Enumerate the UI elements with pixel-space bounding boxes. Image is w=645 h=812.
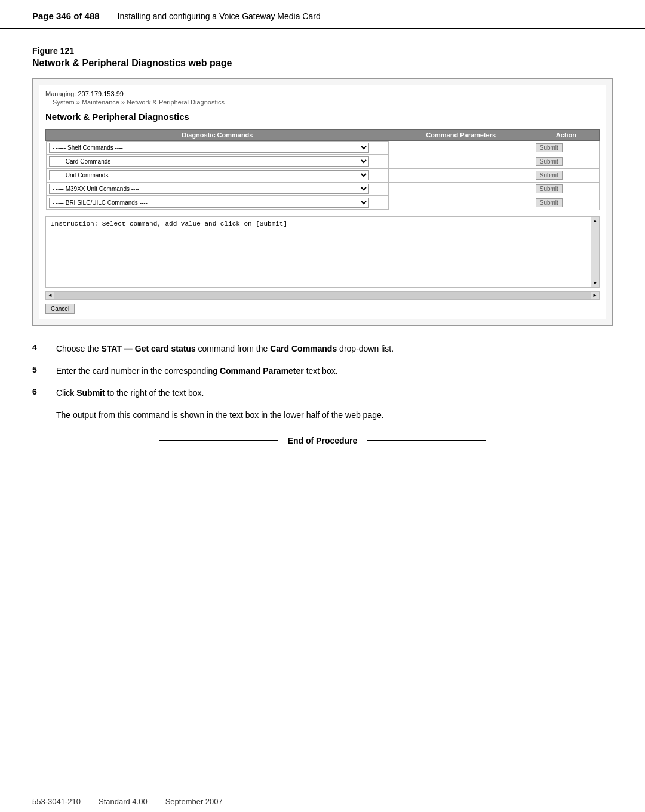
command-select-2[interactable]: - ---- Unit Commands ---- <box>49 170 369 180</box>
action-cell: Submit <box>533 196 599 210</box>
step-6-text: Click Submit to the right of the text bo… <box>56 387 204 399</box>
screenshot-inner: Managing: 207.179.153.99 System » Mainte… <box>39 85 606 319</box>
instruction-text: Instruction: Select command, add value a… <box>51 220 287 227</box>
command-select-1[interactable]: - ---- Card Commands ---- <box>49 156 369 167</box>
command-select-4[interactable]: - ---- BRI SILC/UILC Commands ---- <box>49 198 369 208</box>
step-5-text: Enter the card number in the correspondi… <box>56 365 338 377</box>
submit-button-3[interactable]: Submit <box>536 184 563 193</box>
step-4: 4 Choose the STAT — Get card status comm… <box>32 343 613 355</box>
command-cell: - ----- Shelf Commands ---- <box>46 141 389 155</box>
scroll-down-arrow[interactable]: ▼ <box>594 281 597 286</box>
figure-title: Network & Peripheral Diagnostics web pag… <box>32 58 613 69</box>
step-6: 6 Click Submit to the right of the text … <box>32 387 613 399</box>
managing-ip[interactable]: 207.179.153.99 <box>78 90 123 97</box>
col-header-params: Command Parameters <box>389 130 533 141</box>
figure-label: Figure 121 <box>32 46 613 56</box>
page-header: Page 346 of 488 Installing and configuri… <box>0 0 645 29</box>
step-6-number: 6 <box>32 387 56 396</box>
eop-text: End of Procedure <box>288 436 358 445</box>
managing-line: Managing: 207.179.153.99 <box>45 90 600 97</box>
scroll-up-arrow[interactable]: ▲ <box>594 218 597 223</box>
submit-label: Submit <box>76 388 105 398</box>
eop-line-right <box>367 440 486 441</box>
table-row: - ---- Card Commands ----Submit <box>46 155 600 168</box>
step-4-number: 4 <box>32 343 56 352</box>
action-cell: Submit <box>533 155 599 168</box>
table-row: - ---- M39XX Unit Commands ----Submit <box>46 182 600 196</box>
scroll-left-arrow[interactable]: ◄ <box>46 293 54 298</box>
diagnostics-table: Diagnostic Commands Command Parameters A… <box>45 129 600 210</box>
params-cell <box>389 155 533 168</box>
step-5: 5 Enter the card number in the correspon… <box>32 365 613 377</box>
cancel-button[interactable]: Cancel <box>45 304 75 314</box>
page-footer: 553-3041-210 Standard 4.00 September 200… <box>0 791 645 812</box>
steps-section: 4 Choose the STAT — Get card status comm… <box>32 343 613 422</box>
col-header-commands: Diagnostic Commands <box>46 130 389 141</box>
footer-doc-number: 553-3041-210 <box>32 797 81 806</box>
submit-button-1[interactable]: Submit <box>536 157 563 166</box>
breadcrumb: System » Maintenance » Network & Periphe… <box>45 99 600 106</box>
instruction-box: Instruction: Select command, add value a… <box>45 216 600 288</box>
screenshot-box: Managing: 207.179.153.99 System » Mainte… <box>32 78 613 326</box>
page-title: Installing and configuring a Voice Gatew… <box>118 11 321 21</box>
action-cell: Submit <box>533 168 599 182</box>
step-note: The output from this command is shown in… <box>56 409 613 422</box>
command-cell: - ---- Unit Commands ---- <box>46 168 389 182</box>
command-parameter-label: Command Parameter <box>220 366 304 376</box>
table-row: - ---- BRI SILC/UILC Commands ----Submit <box>46 196 600 210</box>
params-cell <box>389 182 533 196</box>
footer-standard: Standard 4.00 <box>99 797 148 806</box>
end-of-procedure: End of Procedure <box>32 436 613 445</box>
scroll-right-arrow[interactable]: ► <box>591 293 599 298</box>
command-cell: - ---- M39XX Unit Commands ---- <box>46 182 389 196</box>
scroll-track <box>54 292 591 299</box>
managing-label: Managing: <box>45 90 76 97</box>
diag-heading: Network & Peripheral Diagnostics <box>45 112 600 122</box>
footer-date: September 2007 <box>165 797 223 806</box>
params-cell <box>389 196 533 210</box>
stat-command-label: STAT — Get card status <box>102 344 196 353</box>
page-number: Page 346 of 488 <box>32 11 100 21</box>
command-select-0[interactable]: - ----- Shelf Commands ---- <box>49 143 369 153</box>
eop-line-left <box>159 440 278 441</box>
submit-button-0[interactable]: Submit <box>536 143 563 152</box>
vertical-scrollbar[interactable]: ▲ ▼ <box>591 217 599 287</box>
action-cell: Submit <box>533 182 599 196</box>
action-cell: Submit <box>533 141 599 155</box>
card-commands-label: Card Commands <box>270 344 337 353</box>
step-5-number: 5 <box>32 365 56 374</box>
main-content: Figure 121 Network & Peripheral Diagnost… <box>0 29 645 445</box>
submit-button-2[interactable]: Submit <box>536 171 563 180</box>
params-cell <box>389 168 533 182</box>
command-cell: - ---- Card Commands ---- <box>46 155 389 168</box>
col-header-action: Action <box>533 130 599 141</box>
table-row: - ---- Unit Commands ----Submit <box>46 168 600 182</box>
step-4-text: Choose the STAT — Get card status comman… <box>56 343 394 355</box>
horizontal-scrollbar[interactable]: ◄ ► <box>45 291 600 300</box>
command-cell: - ---- BRI SILC/UILC Commands ---- <box>46 196 389 210</box>
params-cell <box>389 141 533 155</box>
submit-button-4[interactable]: Submit <box>536 198 563 207</box>
command-select-3[interactable]: - ---- M39XX Unit Commands ---- <box>49 184 369 194</box>
table-row: - ----- Shelf Commands ----Submit <box>46 141 600 155</box>
